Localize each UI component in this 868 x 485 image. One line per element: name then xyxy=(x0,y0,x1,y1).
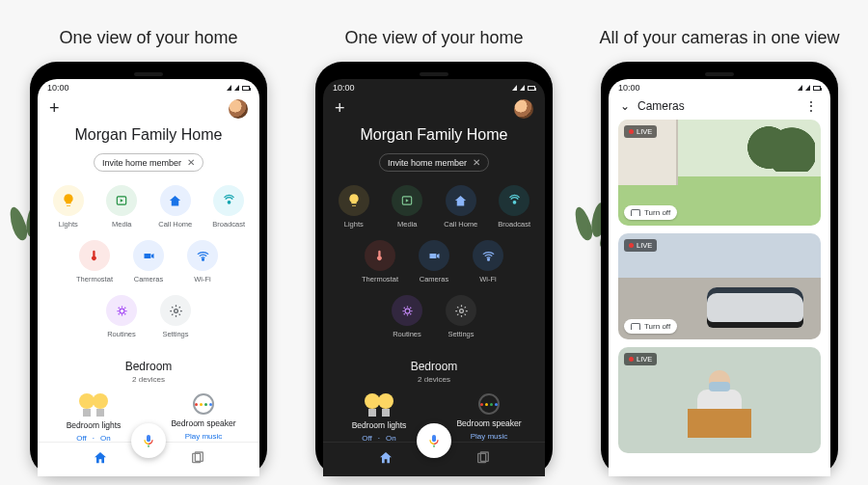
signal-icon xyxy=(512,85,517,91)
device-name: Bedroom speaker xyxy=(456,418,521,428)
tile-thermostat[interactable]: Thermostat xyxy=(73,240,116,283)
tile-lights[interactable]: Lights xyxy=(333,185,375,229)
nav-feed-icon[interactable] xyxy=(475,450,491,469)
tile-broadcast[interactable]: Broadcast xyxy=(494,185,536,229)
tile-label: Routines xyxy=(107,330,136,338)
tile-media[interactable]: Media xyxy=(387,185,429,229)
tile-settings[interactable]: Settings xyxy=(440,295,482,338)
room-section: Bedroom 2 devices xyxy=(47,360,250,384)
nav-feed-icon[interactable] xyxy=(190,450,205,469)
device-lights[interactable]: Bedroom lights Off · On xyxy=(337,393,421,442)
camera-feed-door[interactable]: LIVE xyxy=(618,347,821,453)
nav-home-icon[interactable] xyxy=(378,450,393,469)
svg-point-9 xyxy=(487,258,489,260)
thermo-icon xyxy=(365,240,395,271)
invite-chip[interactable]: Invite home member ✕ xyxy=(94,153,203,172)
assistant-mic-button[interactable] xyxy=(417,423,451,458)
status-bar: 10:00 xyxy=(609,79,830,94)
battery-icon xyxy=(242,86,250,91)
tile-label: Cameras xyxy=(420,275,448,283)
control-play[interactable]: Play music xyxy=(471,432,508,441)
device-speaker[interactable]: Bedroom speaker Play music xyxy=(447,393,531,442)
phone-frame: 10:00 + Morgan Family Home Invite home m… xyxy=(315,62,553,476)
tile-label: Call Home xyxy=(444,220,477,229)
screen-home-light: 10:00 + Morgan Family Home Invite home m… xyxy=(38,79,259,476)
close-icon[interactable]: ✕ xyxy=(187,157,195,168)
more-options[interactable]: ⋮ xyxy=(804,98,819,114)
room-count: 2 devices xyxy=(333,375,535,384)
turn-off-button[interactable]: Turn off xyxy=(624,205,677,220)
lightbulb-icon xyxy=(77,393,110,417)
tile-thermostat[interactable]: Thermostat xyxy=(359,240,401,283)
camera-feed-driveway[interactable]: LIVE Turn off xyxy=(618,233,821,339)
device-name: Bedroom lights xyxy=(352,420,407,430)
turn-off-button[interactable]: Turn off xyxy=(624,319,677,334)
panel-light: One view of your home 10:00 + xyxy=(14,15,283,476)
home-title: Morgan Family Home xyxy=(333,126,535,144)
gear-icon xyxy=(446,295,476,326)
tile-broadcast[interactable]: Broadcast xyxy=(208,185,251,229)
tile-cameras[interactable]: Cameras xyxy=(413,240,455,283)
panel-cameras: All of your cameras in one view 10:00 ⌄ … xyxy=(585,15,854,476)
signal-icon xyxy=(805,85,810,91)
tile-cameras[interactable]: Cameras xyxy=(127,240,170,283)
panel-caption: All of your cameras in one view xyxy=(591,15,847,62)
lightbulb-icon xyxy=(53,185,84,216)
device-lights[interactable]: Bedroom lights Off · On xyxy=(51,393,136,442)
room-section: Bedroom 2 devices xyxy=(333,360,535,384)
phone-frame: 10:00 + Morgan Family Home Invite home m… xyxy=(30,62,267,476)
tile-label: Settings xyxy=(448,330,474,338)
lightbulb-icon xyxy=(339,185,369,216)
svg-point-11 xyxy=(459,309,463,312)
room-name: Bedroom xyxy=(333,360,535,373)
control-sep: · xyxy=(93,434,95,442)
room-name: Bedroom xyxy=(47,360,250,373)
tile-routines[interactable]: Routines xyxy=(100,295,143,338)
status-bar: 10:00 xyxy=(323,79,545,94)
camera-feed-yard[interactable]: LIVE Turn off xyxy=(618,120,821,226)
nav-home-icon[interactable] xyxy=(93,450,108,469)
add-button[interactable]: + xyxy=(49,98,60,119)
tile-routines[interactable]: Routines xyxy=(386,295,428,338)
control-off[interactable]: Off xyxy=(76,434,87,442)
tile-media[interactable]: Media xyxy=(101,185,144,229)
svg-point-3 xyxy=(120,309,124,313)
status-icons xyxy=(227,85,250,91)
broadcast-icon xyxy=(213,185,244,216)
tile-settings[interactable]: Settings xyxy=(154,295,197,338)
tile-wi-fi[interactable]: Wi-Fi xyxy=(181,240,224,283)
screen-home-dark: 10:00 + Morgan Family Home Invite home m… xyxy=(323,79,545,476)
assistant-mic-button[interactable] xyxy=(131,423,166,458)
signal-icon xyxy=(520,85,525,91)
bottom-nav xyxy=(38,442,259,476)
account-avatar[interactable] xyxy=(229,99,248,119)
panel-caption: One view of your home xyxy=(337,15,530,62)
add-button[interactable]: + xyxy=(335,98,345,119)
control-on[interactable]: On xyxy=(100,434,111,442)
tile-wi-fi[interactable]: Wi-Fi xyxy=(467,240,509,283)
tile-call home[interactable]: Call Home xyxy=(154,185,197,229)
control-on[interactable]: On xyxy=(386,434,396,442)
account-avatar[interactable] xyxy=(514,99,533,119)
home-icon xyxy=(446,185,476,216)
invite-chip[interactable]: Invite home member ✕ xyxy=(379,153,489,172)
tile-label: Call Home xyxy=(158,220,192,229)
gear-icon xyxy=(160,295,191,326)
back-chevron-icon[interactable]: ⌄ xyxy=(620,99,630,113)
control-play[interactable]: Play music xyxy=(185,432,223,441)
control-off[interactable]: Off xyxy=(362,434,372,442)
device-name: Bedroom speaker xyxy=(171,418,235,428)
tile-label: Thermostat xyxy=(76,275,113,283)
phone-frame: 10:00 ⌄ Cameras ⋮ LIVE xyxy=(601,62,838,476)
svg-point-10 xyxy=(405,309,410,313)
live-badge: LIVE xyxy=(624,239,657,252)
tile-lights[interactable]: Lights xyxy=(47,185,90,229)
status-icons xyxy=(798,85,821,91)
tile-label: Cameras xyxy=(134,275,163,283)
panel-dark: One view of your home 10:00 + xyxy=(300,15,568,476)
tile-call home[interactable]: Call Home xyxy=(440,185,482,229)
svg-point-1 xyxy=(228,201,231,203)
close-icon[interactable]: ✕ xyxy=(473,157,480,168)
person-delivery xyxy=(676,366,763,453)
device-speaker[interactable]: Bedroom speaker Play music xyxy=(161,393,246,442)
